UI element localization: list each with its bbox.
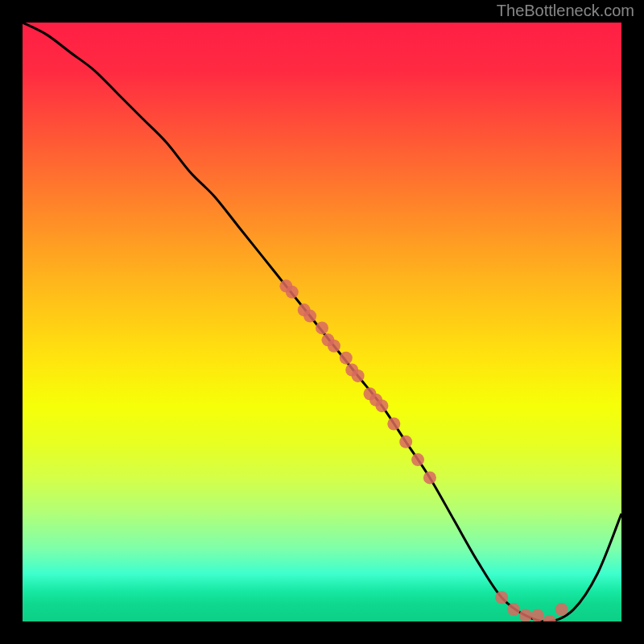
data-point: [507, 603, 520, 616]
data-point: [316, 321, 328, 334]
data-point: [303, 310, 316, 323]
watermark-text: TheBottleneck.com: [497, 2, 634, 20]
data-points-group: [279, 279, 568, 621]
chart-svg: [23, 23, 621, 621]
data-point: [519, 609, 532, 621]
data-point: [423, 471, 436, 484]
data-point: [387, 417, 400, 430]
data-point: [411, 453, 424, 466]
chart-container: TheBottleneck.com: [0, 0, 644, 644]
data-point: [352, 369, 365, 382]
data-point: [340, 352, 353, 365]
data-point: [375, 399, 388, 412]
data-point: [531, 609, 544, 621]
data-point: [328, 340, 341, 353]
data-point: [399, 436, 412, 448]
data-point: [555, 603, 568, 616]
data-point: [286, 286, 299, 299]
plot-area: [23, 23, 621, 621]
data-point: [543, 615, 556, 621]
data-point: [495, 591, 508, 604]
